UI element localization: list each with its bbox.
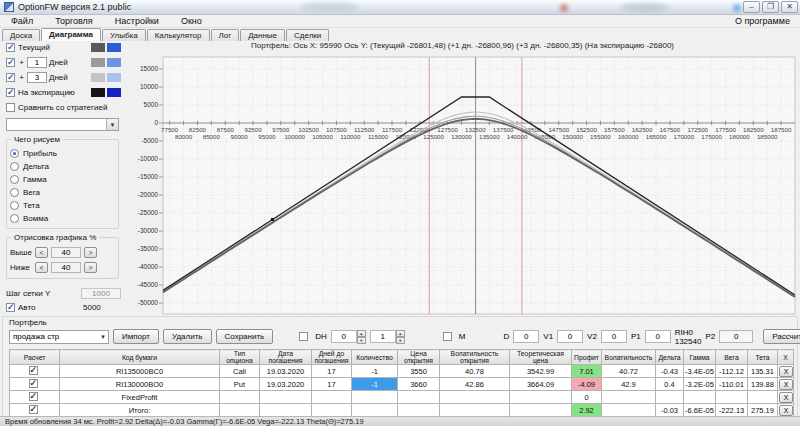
legend-checkbox-2[interactable] (6, 73, 15, 82)
svg-text:167500: 167500 (660, 126, 681, 133)
row-calc-checkbox[interactable] (29, 405, 38, 414)
ticker-label: RIH0 132540 (675, 328, 702, 346)
days-input-2[interactable] (27, 72, 47, 83)
above-decrease-button[interactable]: < (35, 247, 48, 258)
compare-label: Сравнить со стратегией (18, 103, 107, 112)
app-icon (4, 2, 14, 12)
legend-checkbox-3[interactable] (6, 88, 15, 97)
close-button[interactable]: ✕ (781, 1, 798, 13)
cell: 42.9 (602, 378, 656, 391)
radio-row-Прибыль: Прибыль (10, 147, 115, 160)
dh-spinner-2: ▲▼ (370, 330, 405, 343)
cell: 275.19 (748, 404, 778, 417)
row-calc-checkbox[interactable] (29, 379, 38, 388)
calc-cell (10, 365, 60, 378)
below-increase-button[interactable]: > (84, 262, 97, 273)
d-label: D (504, 332, 510, 341)
menu-about[interactable]: О программе (725, 16, 800, 26)
radio-Вомма[interactable] (10, 214, 19, 223)
strategy-select[interactable]: ▼ (6, 118, 119, 131)
dh-checkbox[interactable] (299, 332, 308, 341)
cell: -222.13 (716, 404, 748, 417)
d-input[interactable] (513, 330, 539, 343)
spin-down-icon[interactable]: ▼ (357, 337, 366, 344)
remove-row-button[interactable]: X (779, 366, 793, 377)
svg-text:77500: 77500 (161, 126, 179, 133)
svg-text:155000: 155000 (590, 133, 611, 140)
legend-checkbox-0[interactable] (6, 43, 15, 52)
menu-window[interactable]: Окно (170, 16, 213, 26)
svg-text:15000: 15000 (140, 65, 158, 72)
svg-text:117500: 117500 (382, 126, 403, 133)
cell: Call (220, 365, 260, 378)
grid-step-y-input[interactable] (81, 288, 121, 299)
cell: 17 (312, 365, 352, 378)
save-button[interactable]: Сохранить (216, 329, 274, 344)
v2-input[interactable] (601, 330, 627, 343)
preset-value: продажа стр (13, 332, 59, 341)
compare-checkbox[interactable] (6, 103, 15, 112)
menu-settings[interactable]: Настройки (104, 16, 170, 26)
radio-Тета[interactable] (10, 201, 19, 210)
chevron-down-icon: ▼ (100, 334, 106, 340)
menu-file[interactable]: Файл (0, 16, 44, 26)
cell (510, 404, 572, 417)
minimize-button[interactable]: – (743, 1, 760, 13)
radio-label: Дельта (23, 162, 49, 171)
radio-Вега[interactable] (10, 188, 19, 197)
above-increase-button[interactable]: > (84, 247, 97, 258)
column-header: Тета (748, 350, 778, 365)
calc-margin-button[interactable]: Рассчитать ГО (763, 329, 800, 344)
svg-text:180000: 180000 (729, 133, 750, 140)
dh-spinner-2-input[interactable] (370, 330, 396, 343)
svg-text:185000: 185000 (757, 133, 778, 140)
below-input[interactable] (51, 262, 81, 273)
preset-select[interactable]: продажа стр ▼ (9, 330, 109, 344)
row-calc-checkbox[interactable] (29, 392, 38, 401)
p1-input[interactable] (645, 330, 671, 343)
radio-Прибыль[interactable] (10, 149, 19, 158)
plus-label: + (18, 58, 25, 67)
maximize-button[interactable]: ❐ (762, 1, 779, 13)
plus-label: + (18, 73, 25, 82)
m-checkbox[interactable] (443, 332, 452, 341)
days-input-1[interactable] (27, 57, 47, 68)
spin-down-icon[interactable]: ▼ (396, 337, 405, 344)
radio-Дельта[interactable] (10, 162, 19, 171)
import-button[interactable]: Импорт (113, 329, 159, 344)
cell (220, 404, 260, 417)
legend-row-0: Текущий (6, 40, 121, 55)
above-input[interactable] (51, 247, 81, 258)
auto-checkbox[interactable] (6, 303, 15, 312)
spin-up-icon[interactable]: ▲ (396, 330, 405, 337)
below-decrease-button[interactable]: < (35, 262, 48, 273)
remove-row-button[interactable]: X (779, 379, 793, 390)
radio-Гамма[interactable] (10, 175, 19, 184)
auto-label: Авто (18, 303, 81, 312)
color-swatch (91, 58, 105, 67)
status-bar: Время обновления 34 мс. Profit=2.92 Delt… (0, 416, 800, 426)
cell: Put (220, 378, 260, 391)
legend-label: На экспирацию (18, 88, 75, 97)
column-header: Волатильность (602, 350, 656, 365)
column-header: Дата погашения (260, 350, 312, 365)
cell: 2.92 (572, 404, 602, 417)
dh-spinner-1-input[interactable] (331, 330, 357, 343)
spin-up-icon[interactable]: ▲ (357, 330, 366, 337)
svg-text:140000: 140000 (507, 133, 528, 140)
portfolio-panel: Портфель продажа стр ▼ Импорт Удалить Со… (2, 316, 798, 416)
svg-text:100000: 100000 (284, 133, 305, 140)
cell (352, 404, 398, 417)
v1-input[interactable] (557, 330, 583, 343)
remove-row-button[interactable]: X (779, 405, 793, 416)
payoff-chart[interactable]: 150001000050000-5000-10000-15000-20000-2… (125, 38, 800, 316)
menu-trading[interactable]: Торговля (44, 16, 104, 26)
p2-input[interactable] (719, 330, 753, 343)
cell: 0 (572, 391, 602, 404)
row-calc-checkbox[interactable] (29, 366, 38, 375)
legend-swatches (91, 88, 121, 97)
legend-checkbox-1[interactable] (6, 58, 15, 67)
delete-button[interactable]: Удалить (163, 329, 212, 344)
cell (398, 404, 440, 417)
remove-row-button[interactable]: X (779, 392, 793, 403)
